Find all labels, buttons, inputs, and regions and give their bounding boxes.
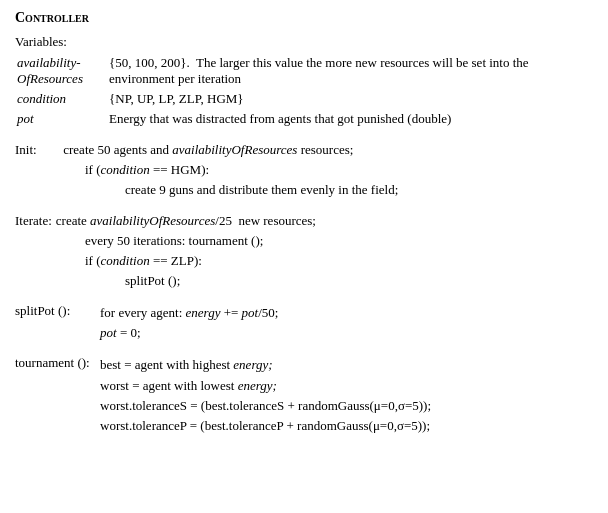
var-desc-condition: {NP, UP, LP, ZLP, HGM}: [109, 90, 591, 108]
title: Controller: [15, 10, 593, 26]
var-desc-pot: Energy that was distracted from agents t…: [109, 110, 591, 128]
init-line3: create 9 guns and distribute them evenly…: [15, 180, 593, 200]
tournament-line3: worst.toleranceS = (best.toleranceS + ra…: [100, 396, 431, 416]
iterate-line3: if (condition == ZLP):: [15, 251, 593, 271]
tournament-section: tournament (): best = agent with highest…: [15, 355, 593, 436]
iterate-line4: splitPot ();: [15, 271, 593, 291]
iterate-section: Iterate:create availabilityOfResources/2…: [15, 211, 593, 292]
tournament-line2: worst = agent with lowest energy;: [100, 376, 431, 396]
var-desc-availability: {50, 100, 200}. The larger this value th…: [109, 54, 591, 88]
var-name-pot: pot: [17, 110, 107, 128]
tournament-line4: worst.toleranceP = (best.toleranceP + ra…: [100, 416, 431, 436]
splitpot-line1: for every agent: energy += pot/50;: [100, 303, 278, 323]
var-row-availability: availability-OfResources {50, 100, 200}.…: [17, 54, 591, 88]
tournament-content: best = agent with highest energy; worst …: [100, 355, 431, 436]
var-name-condition: condition: [17, 90, 107, 108]
splitpot-content: for every agent: energy += pot/50; pot =…: [100, 303, 278, 343]
var-name-availability: availability-OfResources: [17, 54, 107, 88]
init-line2: if (condition == HGM):: [15, 160, 593, 180]
tournament-line1: best = agent with highest energy;: [100, 355, 431, 375]
init-section: Init: create 50 agents and availabilityO…: [15, 140, 593, 200]
splitpot-line2: pot = 0;: [100, 323, 278, 343]
splitpot-label: splitPot ():: [15, 303, 100, 343]
variables-table: availability-OfResources {50, 100, 200}.…: [15, 52, 593, 130]
init-line1: Init: create 50 agents and availabilityO…: [15, 140, 593, 160]
tournament-label: tournament ():: [15, 355, 100, 436]
splitpot-section: splitPot (): for every agent: energy += …: [15, 303, 593, 343]
iterate-line1: Iterate:create availabilityOfResources/2…: [15, 211, 593, 231]
var-row-pot: pot Energy that was distracted from agen…: [17, 110, 591, 128]
variables-label: Variables:: [15, 32, 593, 52]
iterate-line2: every 50 iterations: tournament ();: [15, 231, 593, 251]
var-row-condition: condition {NP, UP, LP, ZLP, HGM}: [17, 90, 591, 108]
